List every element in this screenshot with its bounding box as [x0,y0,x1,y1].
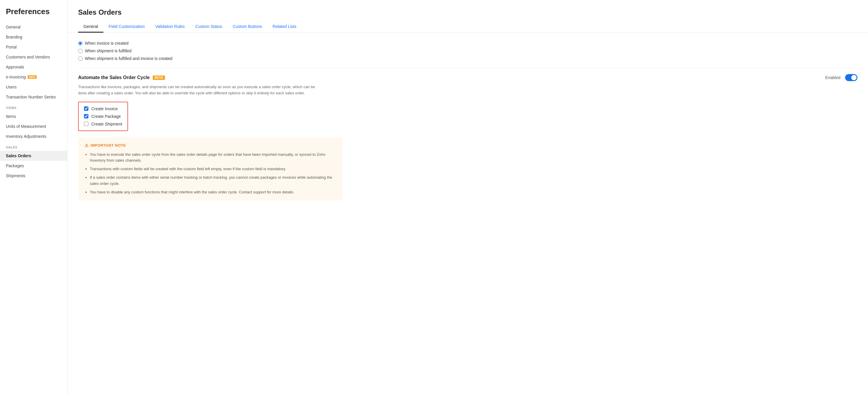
important-note-item-2: Transactions with custom fields will be … [90,166,336,172]
tabs: General Field Customization Validation R… [78,21,858,32]
important-note-box: ⚠ IMPORTANT NOTE You have to execute the… [78,138,342,201]
new-badge: NEW [28,75,37,79]
main-content: Sales Orders General Field Customization… [67,0,868,395]
sidebar-item-general[interactable]: General [0,22,67,32]
radio-group: When invoice is created When shipment is… [78,41,858,61]
sidebar-item-branding[interactable]: Branding [0,32,67,42]
radio-when-shipment-fulfilled[interactable]: When shipment is fulfilled [78,49,858,53]
radio-when-invoice-created[interactable]: When invoice is created [78,41,858,46]
info-icon: ⚠ [85,143,88,148]
sidebar-item-items[interactable]: Items [0,111,67,121]
radio-when-both[interactable]: When shipment is fulfilled and invoice i… [78,56,858,61]
tab-field-customization[interactable]: Field Customization [103,21,150,33]
tab-custom-buttons[interactable]: Custom Buttons [227,21,268,33]
sidebar-item-units-of-measurement[interactable]: Units of Measurement [0,121,67,131]
sidebar-item-packages[interactable]: Packages [0,161,67,171]
automate-title: Automate the Sales Order Cycle [78,75,150,80]
tab-general[interactable]: General [78,21,103,33]
sidebar-title: Preferences [0,0,67,22]
main-header: Sales Orders General Field Customization… [67,0,868,33]
important-note-list: You have to execute the sales order cycl… [85,152,336,195]
sidebar-item-approvals[interactable]: Approvals [0,62,67,72]
sidebar-item-portal[interactable]: Portal [0,42,67,52]
important-note-item-4: You have to disable any custom functions… [90,189,336,195]
sidebar-item-users[interactable]: Users [0,82,67,92]
sidebar-item-transaction-number-series[interactable]: Transaction Number Series [0,92,67,102]
toggle-slider [845,74,858,81]
tab-custom-status[interactable]: Custom Status [190,21,227,33]
checkbox-create-shipment[interactable]: Create Shipment [84,122,122,126]
page-title: Sales Orders [78,8,858,17]
toggle-row: Enabled [826,74,858,81]
automate-toggle[interactable] [845,74,858,81]
sidebar: Preferences General Branding Portal Cust… [0,0,67,395]
automate-title-row: Automate the Sales Order Cycle BETA [78,75,165,80]
content-area: When invoice is created When shipment is… [67,33,868,209]
automate-description: Transactions like invoices, packages, an… [78,84,319,96]
tab-validation-rules[interactable]: Validation Rules [150,21,190,33]
enabled-label: Enabled [826,75,840,80]
checkbox-group: Create Invoice Create Package Create Shi… [78,102,128,131]
checkbox-create-package[interactable]: Create Package [84,114,122,119]
section-label-items: ITEMS [0,102,67,111]
important-note-title: ⚠ IMPORTANT NOTE [85,143,336,148]
section-label-sales: SALES [0,141,67,151]
checkbox-create-invoice[interactable]: Create Invoice [84,106,122,111]
sidebar-item-customers-vendors[interactable]: Customers and Vendors [0,52,67,62]
sidebar-item-sales-orders[interactable]: Sales Orders [0,151,67,161]
important-note-item-1: You have to execute the sales order cycl… [90,152,336,164]
sidebar-item-shipments[interactable]: Shipments [0,171,67,181]
important-note-item-3: If a sales order contains items with eit… [90,175,336,187]
sidebar-item-inventory-adjustments[interactable]: Inventory Adjustments [0,131,67,141]
sidebar-item-e-invoicing[interactable]: e-Invoicing NEW [0,72,67,82]
section-divider [78,68,858,68]
automate-header: Automate the Sales Order Cycle BETA Enab… [78,74,858,81]
beta-badge: BETA [153,76,165,80]
tab-related-lists[interactable]: Related Lists [267,21,302,33]
